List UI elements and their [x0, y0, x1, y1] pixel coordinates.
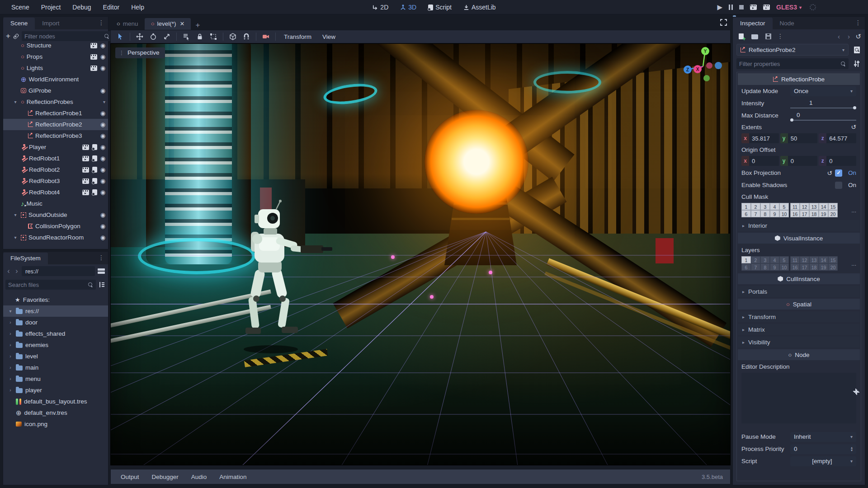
layer-cell-4[interactable]: 4: [770, 203, 779, 210]
filter-properties-input[interactable]: [739, 61, 840, 67]
output-button[interactable]: Output: [114, 472, 146, 482]
extents-y-field[interactable]: y50: [780, 133, 818, 143]
tree-node-reflectionprobe3[interactable]: ReflectionProbe3◉: [3, 130, 108, 141]
layer-cell-12[interactable]: 12: [800, 203, 809, 210]
tree-node-reflectionprobes[interactable]: ▾○ReflectionProbes▾: [3, 96, 108, 108]
file-row-menu[interactable]: ›menu: [3, 373, 108, 385]
editable-children-movie-icon[interactable]: [82, 178, 89, 184]
visibility-eye-icon[interactable]: ◉: [100, 88, 105, 94]
scene-tab-level[interactable]: ○ level(*) ✕: [145, 18, 191, 30]
layer-cell-2[interactable]: 2: [751, 203, 760, 210]
distraction-free-button[interactable]: [720, 19, 727, 27]
pause-button[interactable]: [729, 5, 733, 10]
layer-cell-2[interactable]: 2: [751, 256, 760, 263]
visibility-eye-icon[interactable]: ◉: [100, 54, 105, 60]
tree-node-player[interactable]: Player◉: [3, 141, 108, 153]
tree-node-redrobot1[interactable]: RedRobot1◉: [3, 153, 108, 164]
workspace-3d-button[interactable]: 3D: [400, 4, 416, 11]
file-row-level[interactable]: ›level: [3, 351, 108, 362]
history-back-icon[interactable]: ‹: [835, 33, 842, 40]
workspace-2d-button[interactable]: 2D: [372, 4, 388, 11]
layer-cell-1[interactable]: 1: [741, 203, 751, 210]
layer-cell-20[interactable]: 20: [828, 210, 838, 217]
layer-cell-17[interactable]: 17: [800, 263, 809, 271]
visibility-eye-icon[interactable]: ◉: [100, 65, 105, 71]
tree-node-collisionpolygon[interactable]: CollisionPolygon◉: [3, 221, 108, 232]
script-icon[interactable]: [92, 189, 97, 195]
dock-menu-icon[interactable]: ⋮: [852, 19, 864, 26]
file-row-effects-shared[interactable]: ›effects_shared: [3, 328, 108, 339]
tab-node[interactable]: Node: [773, 18, 802, 29]
rotate-tool-button[interactable]: [147, 31, 159, 42]
tree-node-reflectionprobe1[interactable]: ReflectionProbe1◉: [3, 108, 108, 119]
menu-help[interactable]: Help: [126, 2, 149, 13]
menu-scene[interactable]: Scene: [6, 2, 34, 13]
layer-cell-1[interactable]: 1: [741, 256, 751, 263]
visibility-eye-icon[interactable]: ◉: [100, 43, 105, 48]
fold-transform[interactable]: ▸ Transform: [738, 311, 860, 322]
editable-children-movie-icon[interactable]: [90, 43, 97, 48]
animation-button[interactable]: Animation: [213, 472, 253, 482]
visibility-eye-icon[interactable]: ◉: [100, 133, 105, 139]
editable-children-movie-icon[interactable]: [82, 156, 89, 161]
section-reflection-probe[interactable]: ReflectionProbe: [738, 73, 860, 85]
section-spatial[interactable]: ○ Spatial: [738, 299, 860, 310]
layer-cell-17[interactable]: 17: [800, 210, 809, 217]
script-select[interactable]: [empty] ▾: [790, 456, 856, 466]
layer-cell-4[interactable]: 4: [770, 256, 779, 263]
play-custom-scene-button[interactable]: [763, 5, 770, 10]
preview-camera-button[interactable]: [260, 31, 272, 42]
gizmo-handle-dot[interactable]: [430, 295, 434, 299]
file-row-player[interactable]: ›player: [3, 385, 108, 396]
script-icon[interactable]: [92, 167, 97, 173]
expander-icon[interactable]: ›: [8, 365, 13, 370]
tree-node-redrobot4[interactable]: RedRobot4◉: [3, 187, 108, 198]
expander-icon[interactable]: ›: [8, 320, 13, 325]
dock-menu-icon[interactable]: ⋮: [95, 19, 107, 26]
editor-description-input[interactable]: [741, 373, 856, 423]
new-scene-tab-button[interactable]: +: [191, 21, 204, 30]
select-tool-button[interactable]: [114, 31, 126, 42]
tree-node-redrobot3[interactable]: RedRobot3◉: [3, 175, 108, 187]
menu-project[interactable]: Project: [36, 2, 66, 13]
visibility-eye-icon[interactable]: ◉: [100, 144, 105, 150]
axis-gizmo[interactable]: Y Z X: [681, 46, 725, 89]
lock-object-button[interactable]: [194, 31, 206, 42]
gizmo-handle-dot[interactable]: [489, 271, 492, 274]
extents-z-field[interactable]: z64.577: [819, 133, 856, 143]
snap-object-button[interactable]: [227, 31, 239, 42]
file-row-icon-png[interactable]: icon.png: [3, 418, 108, 430]
tree-node-structure[interactable]: ○Structure◉: [3, 43, 108, 51]
visibility-eye-icon[interactable]: ◉: [100, 189, 105, 195]
editable-children-movie-icon[interactable]: [90, 66, 97, 71]
update-mode-select[interactable]: Once ▾: [790, 86, 856, 96]
use-snap-button[interactable]: [241, 31, 252, 42]
layer-cell-20[interactable]: 20: [828, 263, 838, 271]
expander-icon[interactable]: ›: [8, 354, 13, 359]
visibility-eye-icon[interactable]: ◉: [100, 122, 105, 127]
layer-cell-5[interactable]: 5: [779, 203, 789, 210]
nav-back-icon[interactable]: ‹: [5, 267, 12, 275]
expander-icon[interactable]: ›: [8, 388, 13, 393]
file-row-door[interactable]: ›door: [3, 317, 108, 328]
scale-tool-button[interactable]: [161, 31, 173, 42]
process-priority-spinbox[interactable]: 0 ▴▾: [790, 444, 856, 454]
layer-cell-6[interactable]: 6: [741, 263, 751, 271]
tree-node-redrobot2[interactable]: RedRobot2◉: [3, 164, 108, 175]
intensity-slider[interactable]: 1: [790, 99, 856, 108]
layer-cell-10[interactable]: 10: [779, 263, 789, 271]
history-forward-icon[interactable]: ›: [845, 33, 852, 40]
stop-button[interactable]: [739, 5, 744, 9]
file-row-enemies[interactable]: ›enemies: [3, 339, 108, 351]
tab-inspector[interactable]: Inspector: [733, 18, 773, 29]
tab-scene[interactable]: Scene: [3, 18, 35, 29]
layer-cell-19[interactable]: 19: [819, 210, 828, 217]
workspace-script-button[interactable]: Script: [428, 4, 452, 11]
slider-grabber[interactable]: [853, 106, 856, 109]
layer-cell-9[interactable]: 9: [770, 263, 779, 271]
fold-portals[interactable]: ▸ Portals: [738, 286, 860, 297]
layer-cell-8[interactable]: 8: [760, 210, 770, 217]
layer-cell-11[interactable]: 11: [790, 256, 800, 263]
fold-matrix[interactable]: ▸ Matrix: [738, 324, 860, 335]
layer-cell-7[interactable]: 7: [751, 263, 760, 271]
